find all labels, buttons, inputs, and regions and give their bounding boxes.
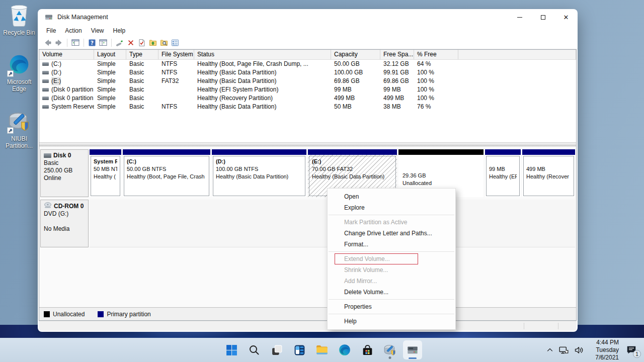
volume-row-c[interactable]: (C:)SimpleBasicNTFSHealthy (Boot, Page F… [39, 60, 576, 68]
legend-swatch [98, 311, 104, 317]
folder-search-icon[interactable] [158, 37, 170, 48]
volume-icon [42, 105, 49, 109]
menu-separator [329, 251, 454, 252]
clock-date: 7/6/2021 [589, 354, 619, 361]
partition-system-r[interactable]: System R50 MB NTHealthy ( [90, 149, 121, 197]
cdrom-name: CD-ROM 0 [54, 203, 84, 210]
splitter-handle[interactable] [39, 142, 576, 146]
context-menu-format[interactable]: Format... [328, 239, 455, 250]
desktop-icon-microsoft-edge[interactable]: ↗ Microsoft Edge [1, 51, 37, 93]
volume-icon [42, 97, 49, 100]
context-menu-shrink-volume: Shrink Volume... [328, 264, 455, 276]
disk-size: 250.00 GB [44, 167, 85, 174]
tray-clock[interactable]: 4:44 PM Tuesday 7/6/2021 [589, 339, 619, 361]
disk-management-window: Disk Management ✕ FileActionViewHelp ? V… [38, 9, 578, 332]
taskbar-start-button[interactable] [222, 340, 241, 359]
tray-chevron-icon[interactable] [546, 346, 554, 354]
context-menu: OpenExploreMark Partition as ActiveChang… [327, 188, 456, 330]
legend-item-primary-partition: Primary partition [98, 311, 150, 318]
volume-icon[interactable] [574, 345, 584, 355]
column-header-file-system[interactable]: File System [158, 50, 194, 59]
volume-row-d[interactable]: (D:)SimpleBasicNTFSHealthy (Basic Data P… [39, 68, 576, 77]
titlebar[interactable]: Disk Management ✕ [38, 9, 578, 25]
close-icon: ✕ [564, 14, 569, 21]
close-button[interactable]: ✕ [554, 9, 578, 25]
taskbar-widgets-button[interactable] [290, 340, 309, 359]
check-document-icon[interactable] [136, 37, 147, 48]
context-menu-explore[interactable]: Explore [328, 202, 455, 213]
volume-row-system-reserved[interactable]: System ReservedSimpleBasicNTFSHealthy (B… [39, 103, 576, 111]
folder-up-icon[interactable] [147, 37, 158, 48]
disk-icon [44, 153, 51, 158]
disk-management-app-icon [45, 13, 53, 21]
volume-list-header: VolumeLayoutTypeFile SystemStatusCapacit… [39, 50, 576, 60]
taskbar-file-explorer-button[interactable] [312, 340, 332, 359]
taskbar-edge-button[interactable] [335, 340, 354, 359]
console-play-icon[interactable] [98, 37, 109, 48]
column-header-status[interactable]: Status [194, 50, 331, 59]
partition-d[interactable]: (D:)100.00 GB NTFSHealthy (Basic Data Pa… [212, 149, 306, 197]
context-menu-properties[interactable]: Properties [328, 301, 455, 312]
back-icon[interactable] [42, 37, 53, 48]
partition-healthy-ef[interactable]: 99 MBHealthy (EF [485, 149, 521, 197]
help-icon[interactable]: ? [87, 37, 98, 48]
menu-file[interactable]: File [42, 26, 60, 36]
volume-icon [42, 88, 49, 92]
svg-text:?: ? [91, 40, 94, 46]
desktop-icon-niubi-partition[interactable]: ↗ NIUBI Partition... [1, 108, 37, 149]
rescan-wand-icon[interactable] [114, 37, 125, 48]
context-menu-open[interactable]: Open [328, 191, 455, 202]
clock-day: Tuesday [589, 346, 619, 354]
properties-list-icon[interactable] [170, 37, 181, 48]
cdrom-info-panel[interactable]: CD-ROM 0 DVD (G:) No Media [40, 200, 89, 247]
menu-action[interactable]: Action [60, 26, 86, 36]
partition-type-strip [522, 149, 575, 155]
partition-type-strip [485, 149, 521, 155]
network-icon[interactable] [558, 345, 569, 355]
column-header-type[interactable]: Type [126, 50, 158, 59]
volume-row-disk-0-partition-4[interactable]: (Disk 0 partition 4)SimpleBasicHealthy (… [39, 94, 576, 103]
notification-badge: 1 [633, 350, 641, 358]
graphical-view: Disk 0 Basic 250.00 GB Online System R50… [39, 146, 576, 307]
context-menu-change-drive-letter-and-paths[interactable]: Change Drive Letter and Paths... [328, 228, 455, 239]
delete-red-x-icon[interactable] [125, 37, 136, 48]
taskbar-search-button[interactable] [245, 340, 264, 359]
menu-help[interactable]: Help [109, 26, 130, 36]
column-header-volume[interactable]: Volume [39, 50, 94, 59]
column-header-free-spa[interactable]: Free Spa... [380, 50, 414, 59]
statusbar-divider [524, 323, 524, 329]
column-header-layout[interactable]: Layout [94, 50, 126, 59]
context-menu-extend-volume: Extend Volume... [328, 253, 455, 264]
shortcut-arrow-icon: ↗ [7, 127, 14, 134]
console-tree-icon[interactable] [70, 37, 81, 48]
partition-c[interactable]: (C:)50.00 GB NTFSHealthy (Boot, Page Fil… [123, 149, 210, 197]
notification-center-button[interactable]: 1 [623, 342, 639, 358]
partition-healthy-recover[interactable]: 499 MBHealthy (Recover [522, 149, 575, 197]
disk0-row: Disk 0 Basic 250.00 GB Online System R50… [40, 149, 575, 197]
desktop-icon-recycle-bin[interactable]: Recycle Bin [1, 2, 37, 36]
menu-separator [329, 299, 454, 300]
column-header-free[interactable]: % Free [414, 50, 458, 59]
system-tray: 4:44 PM Tuesday 7/6/2021 1 [546, 338, 642, 362]
column-header-capacity[interactable]: Capacity [331, 50, 380, 59]
taskbar-niubi-button[interactable] [380, 340, 399, 359]
volume-icon [42, 79, 49, 83]
minimize-button[interactable] [508, 9, 531, 25]
taskbar-store-button[interactable] [358, 340, 377, 359]
context-menu-delete-volume[interactable]: Delete Volume... [328, 287, 455, 298]
taskbar-disk-management-button[interactable] [403, 340, 422, 359]
forward-icon[interactable] [53, 37, 64, 48]
maximize-button[interactable] [531, 9, 554, 25]
minimize-icon [517, 17, 522, 18]
cdrom-media-status: No Media [44, 225, 85, 233]
context-menu-help[interactable]: Help [328, 316, 455, 327]
partition-type-strip [90, 149, 121, 155]
volume-row-e[interactable]: (E:)SimpleBasicFAT32Healthy (Basic Data … [39, 77, 576, 85]
menu-view[interactable]: View [87, 26, 109, 36]
disk0-info-panel[interactable]: Disk 0 Basic 250.00 GB Online [40, 149, 89, 197]
disk-name: Disk 0 [53, 152, 71, 159]
legend: UnallocatedPrimary partition [39, 307, 576, 320]
volume-row-disk-0-partition-3[interactable]: (Disk 0 partition 3)SimpleBasicHealthy (… [39, 85, 576, 94]
taskbar-task-view-button[interactable] [267, 340, 286, 359]
column-header-blank[interactable] [458, 50, 576, 59]
